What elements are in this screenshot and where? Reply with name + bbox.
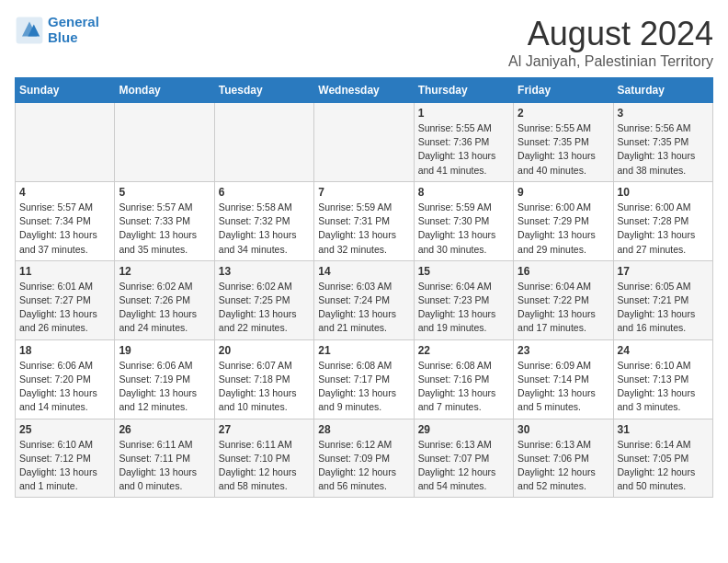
calendar-cell: 26Sunrise: 6:11 AMSunset: 7:11 PMDayligh… xyxy=(115,419,214,498)
day-number: 11 xyxy=(19,265,110,278)
day-number: 12 xyxy=(119,265,210,278)
title-area: August 2024 Al Janiyah, Palestinian Terr… xyxy=(508,15,713,70)
header-cell-monday: Monday xyxy=(115,78,214,103)
sub-title: Al Janiyah, Palestinian Territory xyxy=(508,53,713,70)
cell-content: Sunrise: 6:06 AMSunset: 7:20 PMDaylight:… xyxy=(19,359,110,415)
header-cell-friday: Friday xyxy=(514,78,613,103)
calendar-cell: 3Sunrise: 5:56 AMSunset: 7:35 PMDaylight… xyxy=(613,103,712,182)
calendar-header: SundayMondayTuesdayWednesdayThursdayFrid… xyxy=(16,78,713,103)
calendar-cell: 19Sunrise: 6:06 AMSunset: 7:19 PMDayligh… xyxy=(115,339,214,419)
header-cell-thursday: Thursday xyxy=(414,78,513,103)
cell-content: Sunrise: 6:04 AMSunset: 7:23 PMDaylight:… xyxy=(418,280,509,336)
day-number: 18 xyxy=(19,344,110,357)
calendar-cell: 16Sunrise: 6:04 AMSunset: 7:22 PMDayligh… xyxy=(514,260,613,339)
cell-content: Sunrise: 6:09 AMSunset: 7:14 PMDaylight:… xyxy=(518,359,609,415)
calendar-cell: 31Sunrise: 6:14 AMSunset: 7:05 PMDayligh… xyxy=(613,419,712,498)
cell-content: Sunrise: 6:13 AMSunset: 7:06 PMDaylight:… xyxy=(518,438,609,494)
cell-content: Sunrise: 6:01 AMSunset: 7:27 PMDaylight:… xyxy=(19,280,110,336)
cell-content: Sunrise: 6:00 AMSunset: 7:29 PMDaylight:… xyxy=(518,201,609,257)
calendar-cell xyxy=(16,103,115,182)
day-number: 3 xyxy=(618,107,709,120)
day-number: 13 xyxy=(219,265,310,278)
calendar-cell: 30Sunrise: 6:13 AMSunset: 7:06 PMDayligh… xyxy=(514,419,613,498)
calendar-cell: 8Sunrise: 5:59 AMSunset: 7:30 PMDaylight… xyxy=(414,181,513,260)
day-number: 27 xyxy=(219,423,310,436)
logo: General Blue xyxy=(15,15,99,45)
calendar-cell: 15Sunrise: 6:04 AMSunset: 7:23 PMDayligh… xyxy=(414,260,513,339)
calendar-cell: 27Sunrise: 6:11 AMSunset: 7:10 PMDayligh… xyxy=(214,419,313,498)
day-number: 30 xyxy=(518,423,609,436)
day-number: 4 xyxy=(19,186,110,199)
cell-content: Sunrise: 6:06 AMSunset: 7:19 PMDaylight:… xyxy=(119,359,210,415)
cell-content: Sunrise: 5:59 AMSunset: 7:31 PMDaylight:… xyxy=(318,201,409,257)
header-cell-sunday: Sunday xyxy=(16,78,115,103)
calendar-cell: 12Sunrise: 6:02 AMSunset: 7:26 PMDayligh… xyxy=(115,260,214,339)
day-number: 24 xyxy=(618,344,709,357)
calendar-cell: 5Sunrise: 5:57 AMSunset: 7:33 PMDaylight… xyxy=(115,181,214,260)
calendar-cell: 28Sunrise: 6:12 AMSunset: 7:09 PMDayligh… xyxy=(314,419,414,498)
cell-content: Sunrise: 6:13 AMSunset: 7:07 PMDaylight:… xyxy=(418,438,509,494)
calendar-cell: 7Sunrise: 5:59 AMSunset: 7:31 PMDaylight… xyxy=(314,181,414,260)
day-number: 6 xyxy=(219,186,310,199)
day-number: 23 xyxy=(518,344,609,357)
week-row-3: 11Sunrise: 6:01 AMSunset: 7:27 PMDayligh… xyxy=(16,260,713,339)
logo-icon xyxy=(15,16,44,45)
day-number: 5 xyxy=(119,186,210,199)
day-number: 2 xyxy=(518,107,609,120)
calendar-cell: 4Sunrise: 5:57 AMSunset: 7:34 PMDaylight… xyxy=(16,181,115,260)
day-number: 19 xyxy=(119,344,210,357)
day-number: 20 xyxy=(219,344,310,357)
day-number: 31 xyxy=(618,423,709,436)
header-row: SundayMondayTuesdayWednesdayThursdayFrid… xyxy=(16,78,713,103)
calendar-cell: 1Sunrise: 5:55 AMSunset: 7:36 PMDaylight… xyxy=(414,103,513,182)
day-number: 8 xyxy=(418,186,509,199)
calendar-cell: 13Sunrise: 6:02 AMSunset: 7:25 PMDayligh… xyxy=(214,260,313,339)
cell-content: Sunrise: 6:02 AMSunset: 7:25 PMDaylight:… xyxy=(219,280,310,336)
calendar-cell: 9Sunrise: 6:00 AMSunset: 7:29 PMDaylight… xyxy=(514,181,613,260)
day-number: 14 xyxy=(318,265,409,278)
cell-content: Sunrise: 5:57 AMSunset: 7:33 PMDaylight:… xyxy=(119,201,210,257)
cell-content: Sunrise: 5:55 AMSunset: 7:35 PMDaylight:… xyxy=(518,121,609,178)
day-number: 25 xyxy=(19,423,110,436)
calendar-cell: 29Sunrise: 6:13 AMSunset: 7:07 PMDayligh… xyxy=(414,419,513,498)
calendar-cell: 2Sunrise: 5:55 AMSunset: 7:35 PMDaylight… xyxy=(514,103,613,182)
main-title: August 2024 xyxy=(508,15,713,53)
calendar-cell xyxy=(115,103,214,182)
calendar-cell: 22Sunrise: 6:08 AMSunset: 7:16 PMDayligh… xyxy=(414,339,513,419)
cell-content: Sunrise: 5:56 AMSunset: 7:35 PMDaylight:… xyxy=(618,121,709,178)
calendar-cell xyxy=(314,103,414,182)
cell-content: Sunrise: 6:03 AMSunset: 7:24 PMDaylight:… xyxy=(318,280,409,336)
header-cell-tuesday: Tuesday xyxy=(214,78,313,103)
day-number: 7 xyxy=(318,186,409,199)
day-number: 29 xyxy=(418,423,509,436)
cell-content: Sunrise: 6:10 AMSunset: 7:13 PMDaylight:… xyxy=(618,359,709,415)
cell-content: Sunrise: 6:14 AMSunset: 7:05 PMDaylight:… xyxy=(618,438,709,494)
cell-content: Sunrise: 6:11 AMSunset: 7:11 PMDaylight:… xyxy=(119,438,210,494)
cell-content: Sunrise: 6:08 AMSunset: 7:16 PMDaylight:… xyxy=(418,359,509,415)
week-row-2: 4Sunrise: 5:57 AMSunset: 7:34 PMDaylight… xyxy=(16,181,713,260)
header-cell-wednesday: Wednesday xyxy=(314,78,414,103)
calendar-table: SundayMondayTuesdayWednesdayThursdayFrid… xyxy=(15,77,713,498)
cell-content: Sunrise: 6:05 AMSunset: 7:21 PMDaylight:… xyxy=(618,280,709,336)
calendar-cell: 21Sunrise: 6:08 AMSunset: 7:17 PMDayligh… xyxy=(314,339,414,419)
cell-content: Sunrise: 6:08 AMSunset: 7:17 PMDaylight:… xyxy=(318,359,409,415)
day-number: 28 xyxy=(318,423,409,436)
calendar-body: 1Sunrise: 5:55 AMSunset: 7:36 PMDaylight… xyxy=(16,103,713,498)
logo-text: General Blue xyxy=(48,15,99,45)
day-number: 1 xyxy=(418,107,509,120)
week-row-1: 1Sunrise: 5:55 AMSunset: 7:36 PMDaylight… xyxy=(16,103,713,182)
header-cell-saturday: Saturday xyxy=(613,78,712,103)
calendar-cell: 17Sunrise: 6:05 AMSunset: 7:21 PMDayligh… xyxy=(613,260,712,339)
day-number: 22 xyxy=(418,344,509,357)
calendar-cell: 23Sunrise: 6:09 AMSunset: 7:14 PMDayligh… xyxy=(514,339,613,419)
cell-content: Sunrise: 6:04 AMSunset: 7:22 PMDaylight:… xyxy=(518,280,609,336)
calendar-cell: 24Sunrise: 6:10 AMSunset: 7:13 PMDayligh… xyxy=(613,339,712,419)
day-number: 21 xyxy=(318,344,409,357)
day-number: 15 xyxy=(418,265,509,278)
cell-content: Sunrise: 5:59 AMSunset: 7:30 PMDaylight:… xyxy=(418,201,509,257)
calendar-cell: 20Sunrise: 6:07 AMSunset: 7:18 PMDayligh… xyxy=(214,339,313,419)
calendar-cell xyxy=(214,103,313,182)
cell-content: Sunrise: 6:07 AMSunset: 7:18 PMDaylight:… xyxy=(219,359,310,415)
week-row-5: 25Sunrise: 6:10 AMSunset: 7:12 PMDayligh… xyxy=(16,419,713,498)
day-number: 16 xyxy=(518,265,609,278)
